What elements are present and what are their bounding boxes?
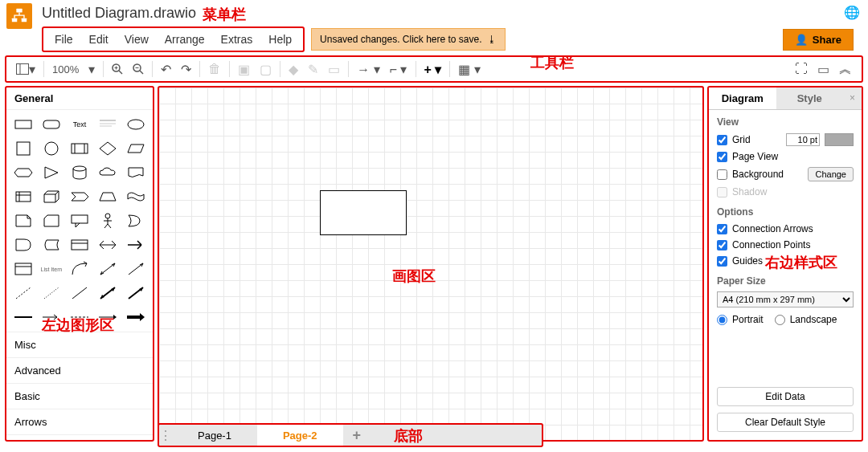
menu-extras[interactable]: Extras (213, 30, 261, 49)
background-checkbox[interactable] (717, 169, 727, 180)
shape-cube[interactable] (38, 185, 64, 208)
arrows-section[interactable]: Arrows (6, 409, 153, 434)
more-shapes-button[interactable]: + More Shapes... (6, 434, 153, 442)
menu-file[interactable]: File (47, 30, 81, 49)
shape-ellipse[interactable] (123, 113, 149, 136)
conn-points-checkbox[interactable] (717, 240, 727, 250)
shape-container[interactable] (66, 234, 92, 256)
zoom-in-icon[interactable] (107, 60, 128, 78)
rectangle-shape[interactable] (320, 190, 407, 235)
shape-or[interactable] (123, 210, 149, 232)
delete-icon[interactable]: 🗑 (203, 59, 226, 79)
shape-bi-arrow-thin[interactable] (95, 258, 121, 280)
shape-note[interactable] (10, 210, 36, 232)
portrait-radio[interactable] (717, 315, 727, 325)
fullscreen-icon[interactable]: ⛶ (790, 58, 813, 81)
tab-diagram[interactable]: Diagram (709, 88, 776, 109)
shape-text[interactable]: Text (66, 113, 92, 136)
shape-dashed-line[interactable] (10, 282, 36, 304)
shape-step[interactable] (66, 185, 92, 208)
undo-icon[interactable]: ↶ (156, 59, 176, 80)
collapse-icon[interactable]: ︽ (834, 58, 857, 81)
to-back-icon[interactable]: ▢ (255, 59, 276, 80)
unsaved-banner[interactable]: Unsaved changes. Click here to save. ⭳ (311, 28, 505, 51)
change-bg-button[interactable]: Change (808, 167, 854, 181)
table-icon[interactable]: ▦ ▾ (453, 59, 485, 80)
close-panel-icon[interactable]: × (843, 88, 862, 109)
shape-tape[interactable] (123, 185, 149, 208)
shape-triangle[interactable] (38, 161, 64, 184)
globe-icon[interactable]: 🌐 (844, 5, 860, 20)
shape-hexagon[interactable] (10, 161, 36, 184)
shape-link-block[interactable] (123, 306, 149, 328)
general-section[interactable]: General (6, 88, 153, 110)
guides-checkbox[interactable] (717, 256, 727, 267)
shape-link-thin[interactable] (95, 306, 121, 328)
shape-rect[interactable] (10, 113, 36, 136)
shape-trapezoid[interactable] (95, 185, 121, 208)
menu-arrange[interactable]: Arrange (157, 30, 213, 49)
page-tab-2[interactable]: Page-2 (257, 425, 343, 446)
zoom-out-icon[interactable] (128, 60, 149, 78)
shape-parallelogram[interactable] (123, 137, 149, 160)
redo-icon[interactable]: ↷ (176, 59, 196, 80)
shape-card[interactable] (38, 210, 64, 232)
shape-and[interactable] (10, 234, 36, 256)
shadow-tool-icon[interactable]: ▭ (323, 59, 345, 80)
shape-bidirectional[interactable] (95, 234, 121, 256)
shape-link-arrow[interactable] (38, 306, 64, 328)
advanced-section[interactable]: Advanced (6, 357, 153, 383)
line-color-icon[interactable]: ✎ (303, 59, 323, 80)
tab-grip-icon[interactable]: ⋮ (159, 425, 172, 446)
conn-arrows-checkbox[interactable] (717, 224, 727, 234)
shape-internal-storage[interactable] (10, 185, 36, 208)
shape-bidi-diag[interactable] (95, 282, 121, 304)
clear-style-button[interactable]: Clear Default Style (717, 413, 854, 432)
shape-heading[interactable] (95, 113, 121, 136)
fill-color-icon[interactable]: ◆ (284, 59, 303, 80)
document-title[interactable]: Untitled Diagram.drawio (42, 3, 862, 26)
shape-line2[interactable] (66, 282, 92, 304)
shape-arrow-diag[interactable] (123, 258, 149, 280)
waypoint-icon[interactable]: ⌐ ▾ (385, 59, 412, 80)
to-front-icon[interactable]: ▣ (233, 59, 255, 80)
menu-view[interactable]: View (117, 30, 157, 49)
shape-link-dash[interactable] (66, 306, 92, 328)
grid-checkbox[interactable] (717, 135, 727, 145)
shape-list[interactable] (10, 258, 36, 280)
zoom-dropdown-icon[interactable]: ▾ (84, 59, 100, 80)
shape-circle[interactable] (38, 137, 64, 160)
view-mode-icon[interactable]: ▾ (11, 59, 40, 80)
shape-curve[interactable] (66, 258, 92, 280)
edit-data-button[interactable]: Edit Data (717, 387, 854, 406)
shape-arrow-thick[interactable] (123, 282, 149, 304)
shape-rounded[interactable] (38, 113, 64, 136)
shape-document[interactable] (123, 161, 149, 184)
shape-cloud[interactable] (95, 161, 121, 184)
shape-dotted-line[interactable] (38, 282, 64, 304)
grid-color-swatch[interactable] (825, 133, 854, 146)
canvas[interactable] (158, 86, 704, 442)
share-button[interactable]: 👤 Share (783, 29, 854, 51)
basic-section[interactable]: Basic (6, 383, 153, 409)
format-panel-icon[interactable]: ▭ (813, 58, 834, 81)
menu-help[interactable]: Help (260, 30, 300, 49)
menu-edit[interactable]: Edit (81, 30, 117, 49)
page-tab-1[interactable]: Page-1 (172, 425, 257, 446)
shape-arrow[interactable] (123, 234, 149, 256)
insert-icon[interactable]: + ▾ (420, 59, 447, 80)
add-page-button[interactable]: + (343, 425, 371, 446)
misc-section[interactable]: Misc (6, 332, 153, 357)
tab-style[interactable]: Style (776, 88, 844, 109)
shape-callout[interactable] (66, 210, 92, 232)
shape-process[interactable] (66, 137, 92, 160)
shape-cylinder[interactable] (66, 161, 92, 184)
landscape-radio[interactable] (775, 315, 785, 325)
shape-link-h[interactable] (10, 306, 36, 328)
shape-data-storage[interactable] (38, 234, 64, 256)
zoom-value[interactable]: 100% (47, 62, 84, 77)
paper-size-select[interactable]: A4 (210 mm x 297 mm) (717, 291, 854, 307)
shape-square[interactable] (10, 137, 36, 160)
pageview-checkbox[interactable] (717, 152, 727, 162)
connection-icon[interactable]: → ▾ (352, 59, 384, 80)
